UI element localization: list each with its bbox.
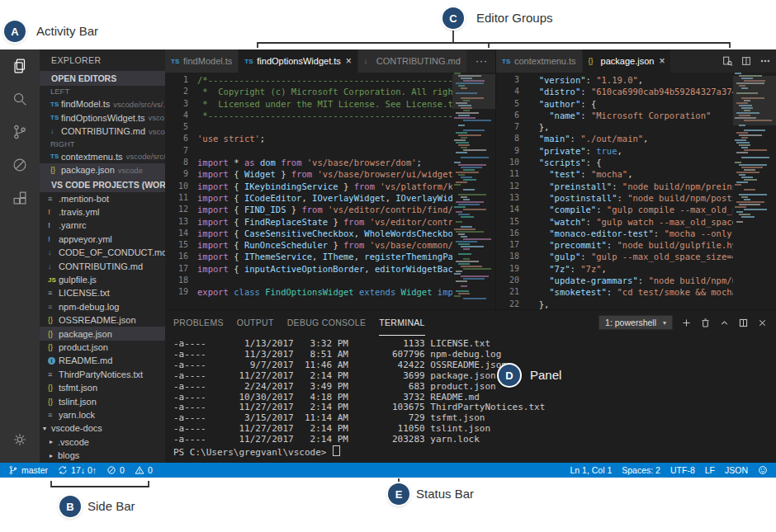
panel-tab-problems[interactable]: PROBLEMS — [173, 310, 224, 336]
line-content: import { IThemeService, ITheme, register… — [197, 251, 452, 262]
editor-1-minimap[interactable] — [452, 73, 495, 309]
chevron-up-icon[interactable] — [719, 318, 730, 328]
editor-group-2: TScontextmenu.ts{}package.json× 3 "versi… — [495, 49, 776, 309]
panel-tab-terminal[interactable]: TERMINAL — [379, 310, 425, 336]
file-tree-item-contributing-md[interactable]: ↓CONTRIBUTING.md — [40, 259, 165, 272]
file-tree: ≡.mention-bot!.travis.yml!.yarnrc!appvey… — [40, 192, 165, 463]
code-line: 14 "compile": "gulp compile --max_old_sp… — [496, 204, 733, 215]
panel-tab-output[interactable]: OUTPUT — [237, 310, 274, 336]
file-name: LICENSE.txt — [59, 288, 110, 298]
terminal-output[interactable]: -a---- 1/13/2017 3:32 PM 1133 LICENSE.tx… — [165, 335, 776, 459]
json-file-icon: {} — [48, 330, 59, 338]
explorer-icon[interactable] — [0, 49, 40, 82]
line-number: 18 — [165, 275, 197, 286]
chevron-down-icon: ▾ — [43, 425, 51, 432]
file-tree-item-npm-debug-log[interactable]: ≡npm-debug.log — [40, 300, 165, 313]
annotation-label-panel: Panel — [530, 368, 561, 383]
file-tree-item-mention-bot[interactable]: ≡.mention-bot — [40, 192, 165, 205]
minimap-viewport[interactable] — [452, 74, 495, 109]
md-file-icon: ↓ — [50, 127, 61, 135]
status-item-error[interactable]: 0 — [106, 465, 125, 475]
settings-gear-icon[interactable] — [0, 423, 40, 456]
line-number: 3 — [165, 98, 197, 110]
line-number: 20 — [496, 275, 528, 286]
open-editor-name: package.json — [61, 165, 115, 175]
panel-tab-bar: PROBLEMSOUTPUTDEBUG CONSOLETERMINAL 1: p… — [165, 310, 776, 335]
status-item-warning[interactable]: 0 — [135, 465, 153, 475]
editor-1-code[interactable]: 1/*-------------------------------------… — [165, 73, 452, 309]
file-tree-item-yarnrc[interactable]: !.yarnrc — [40, 219, 165, 232]
folder-item-vscode-docs[interactable]: ▾vscode-docs — [40, 421, 165, 435]
status-item-smiley[interactable] — [758, 465, 768, 475]
status-item-git-branch[interactable]: master — [8, 465, 48, 475]
status-item-json[interactable]: JSON — [725, 465, 748, 475]
file-name: ThirdPartyNotices.txt — [59, 370, 143, 379]
file-tree-item-yarn-lock[interactable]: ≡yarn.lock — [40, 408, 165, 421]
open-editor-item-package-json[interactable]: {}package.jsonvscode — [40, 163, 165, 177]
file-tree-item-package-json[interactable]: {}package.json — [40, 327, 165, 340]
status-item-utf-8[interactable]: UTF-8 — [670, 465, 695, 475]
line-content: "scripts": { — [528, 157, 602, 168]
status-item-lf[interactable]: LF — [705, 465, 715, 475]
close-icon[interactable]: × — [346, 55, 352, 67]
more-tabs-button[interactable]: ··· — [468, 49, 495, 73]
tab-findoptionswidget-ts[interactable]: TSfindOptionsWidget.ts× — [239, 49, 358, 73]
close-icon[interactable]: × — [659, 55, 665, 67]
file-tree-item-tslint-json[interactable]: {}tslint.json — [40, 394, 165, 407]
workspace-header[interactable]: VS CODE PROJECTS (WORKSPACE) — [40, 177, 165, 192]
json-file-icon: {} — [48, 343, 59, 351]
line-number: 19 — [165, 286, 197, 298]
status-item-spaces-2[interactable]: Spaces: 2 — [622, 465, 660, 475]
folder-item-blogs[interactable]: ▸blogs — [40, 449, 165, 462]
more-icon[interactable] — [759, 55, 771, 67]
code-line: 7 }, — [496, 121, 733, 133]
minimap-viewport[interactable] — [733, 76, 776, 125]
line-number: 3 — [496, 74, 528, 86]
file-tree-item-appveyor-yml[interactable]: !appveyor.yml — [40, 233, 165, 246]
line-number: 22 — [496, 299, 528, 309]
json-file-icon: {} — [48, 384, 59, 392]
close-icon[interactable] — [757, 318, 768, 328]
open-editor-item-contributing-md[interactable]: ↓CONTRIBUTING.mdvscode — [40, 125, 165, 139]
search-icon[interactable] — [0, 82, 40, 115]
debug-icon[interactable] — [0, 148, 40, 181]
file-name: .mention-bot — [59, 194, 109, 204]
editor-2-minimap[interactable] — [733, 73, 776, 309]
code-line: 21 "smoketest": "cd test/smoke && mocha" — [496, 286, 733, 298]
status-item-sync[interactable]: 17↓ 0↑ — [58, 465, 97, 475]
file-tree-item-gulpfile-js[interactable]: JSgulpfile.js — [40, 273, 165, 286]
folder-item-vscode[interactable]: ▸.vscode — [40, 435, 165, 449]
vscode-window: EXPLORER OPEN EDITORS LEFTTSfindModel.ts… — [0, 49, 776, 478]
file-tree-item-tsfmt-json[interactable]: {}tsfmt.json — [40, 381, 165, 394]
terminal-select[interactable]: 1: powershell ▾ — [599, 315, 673, 330]
file-tree-item-thirdpartynotices-txt[interactable]: ≡ThirdPartyNotices.txt — [40, 368, 165, 381]
source-control-icon[interactable] — [0, 115, 40, 148]
open-editor-item-findmodel-ts[interactable]: TSfindModel.tsvscode/src/vs/... — [40, 97, 165, 111]
plus-icon[interactable] — [681, 318, 692, 328]
editor-2-code[interactable]: 3 "version": "1.19.0",4 "distro": "610ca… — [496, 73, 733, 309]
file-tree-item-code-of-conduct-md[interactable]: ↓CODE_OF_CONDUCT.md — [40, 246, 165, 259]
tab-contextmenu-ts[interactable]: TScontextmenu.ts — [496, 49, 583, 73]
extensions-icon[interactable] — [0, 181, 40, 214]
open-editors-header[interactable]: OPEN EDITORS — [40, 71, 165, 86]
tab-package-json[interactable]: {}package.json× — [583, 49, 672, 73]
split-editor-icon[interactable] — [741, 55, 752, 67]
tab-contributing-md[interactable]: ↓CONTRIBUTING.md — [358, 49, 467, 73]
ts-file-icon: TS — [502, 58, 512, 65]
open-changes-icon[interactable] — [722, 55, 733, 67]
file-name: .yarnrc — [59, 220, 87, 230]
tab-label: findModel.ts — [183, 56, 232, 66]
open-editor-item-findoptionswidget-ts[interactable]: TSfindOptionsWidget.tsvsco... — [40, 111, 165, 125]
file-tree-item-travis-yml[interactable]: !.travis.yml — [40, 205, 165, 219]
file-tree-item-readme-md[interactable]: iREADME.md — [40, 354, 165, 367]
file-tree-item-license-txt[interactable]: ≡LICENSE.txt — [40, 286, 165, 299]
open-editor-item-contextmenu-ts[interactable]: TScontextmenu.tsvscode/src/vs/... — [40, 150, 165, 164]
split-panel-icon[interactable] — [738, 318, 749, 328]
file-name: tslint.json — [59, 397, 97, 407]
trash-icon[interactable] — [700, 318, 711, 328]
file-tree-item-ossreadme-json[interactable]: {}OSSREADME.json — [40, 313, 165, 327]
tab-findmodel-ts[interactable]: TSfindModel.ts — [165, 49, 239, 73]
file-tree-item-product-json[interactable]: {}product.json — [40, 341, 165, 354]
status-item-ln-1-col-1[interactable]: Ln 1, Col 1 — [570, 465, 612, 475]
panel-tab-debug-console[interactable]: DEBUG CONSOLE — [287, 310, 367, 336]
